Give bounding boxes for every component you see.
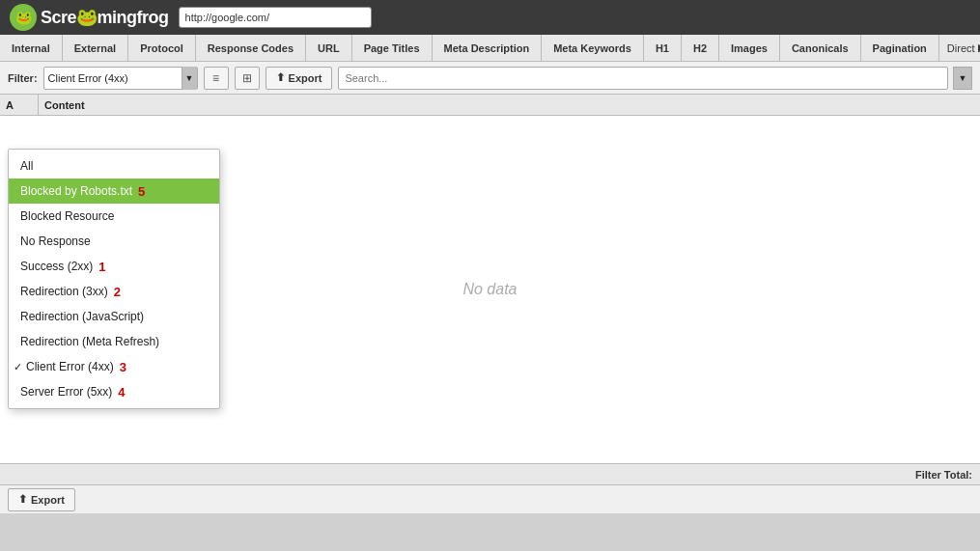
tab-pagination[interactable]: Pagination (861, 35, 939, 61)
tab-meta-keywords[interactable]: Meta Keywords (542, 35, 644, 61)
dropdown-item-label: No Response (20, 234, 91, 248)
tab-url[interactable]: URL (306, 35, 352, 61)
dropdown-menu-list: All Blocked by Robots.txt 5 Blocked Reso… (8, 149, 220, 409)
tab-internal[interactable]: Internal (0, 35, 63, 61)
logo: 🐸 Scre🐸mingfrog (10, 4, 169, 31)
col-address-header: A (0, 95, 39, 115)
tab-protocol[interactable]: Protocol (128, 35, 196, 61)
dropdown-item-label: Server Error (5xx) (20, 385, 112, 399)
search-dropdown-icon: ▼ (959, 73, 967, 83)
dropdown-item-label: All (20, 159, 33, 173)
dropdown-item-blocked-resource[interactable]: Blocked Resource (9, 204, 219, 229)
dropdown-item-redirection-js[interactable]: Redirection (JavaScript) (9, 304, 219, 329)
dropdown-item-label: Blocked Resource (20, 209, 114, 223)
dropdown-item-badge: 5 (138, 184, 145, 199)
dropdown-item-label: Redirection (Meta Refresh) (20, 335, 159, 348)
title-bar: 🐸 Scre🐸mingfrog (0, 0, 980, 35)
dropdown-item-label: Redirection (3xx) (20, 285, 108, 298)
dropdown-item-label: Client Error (4xx) (26, 360, 114, 373)
tab-external[interactable]: External (63, 35, 128, 61)
tab-more[interactable]: Direct ▶ (939, 35, 980, 61)
tab-response-codes[interactable]: Response Codes (196, 35, 306, 61)
col-content-header: Content (39, 95, 980, 115)
tab-h1[interactable]: H1 (644, 35, 682, 61)
list-view-icon: ≡ (212, 71, 219, 85)
dropdown-item-redirection-3xx[interactable]: Redirection (3xx) 2 (9, 279, 219, 304)
export-label: Export (289, 72, 322, 84)
tab-h2[interactable]: H2 (682, 35, 719, 61)
filter-label: Filter: (8, 72, 38, 84)
dropdown-item-badge: 3 (120, 360, 126, 374)
dropdown-item-blocked-robots[interactable]: Blocked by Robots.txt 5 (9, 179, 219, 204)
dropdown-item-all[interactable]: All (9, 153, 219, 179)
footer-toolbar: ⬆ Export (0, 484, 980, 513)
dropdown-item-badge: 2 (114, 285, 121, 299)
filter-select-value: Client Error (4xx) (48, 72, 182, 84)
export-button[interactable]: ⬆ Export (266, 67, 333, 90)
search-input[interactable] (338, 67, 948, 90)
dropdown-item-label: Redirection (JavaScript) (20, 310, 144, 323)
dropdown-item-redirection-meta[interactable]: Redirection (Meta Refresh) (9, 329, 219, 354)
tree-view-button[interactable]: ⊞ (235, 67, 260, 90)
dropdown-item-badge: 4 (118, 385, 125, 399)
tree-view-icon: ⊞ (242, 71, 252, 85)
filter-total-label: Filter Total: (915, 469, 972, 481)
dropdown-item-client-error[interactable]: ✓ Client Error (4xx) 3 (9, 354, 219, 379)
dropdown-item-success[interactable]: Success (2xx) 1 (9, 254, 219, 279)
toolbar: Filter: Client Error (4xx) ▼ ≡ ⊞ ⬆ Expor… (0, 62, 980, 95)
tab-page-titles[interactable]: Page Titles (352, 35, 433, 61)
filter-dropdown-menu: All Blocked by Robots.txt 5 Blocked Reso… (8, 149, 220, 409)
footer-export-button[interactable]: ⬆ Export (8, 488, 75, 511)
search-dropdown-button[interactable]: ▼ (953, 67, 972, 90)
tab-images[interactable]: Images (719, 35, 780, 61)
url-input[interactable] (179, 7, 372, 28)
footer-export-label: Export (31, 494, 65, 506)
filter-dropdown[interactable]: Client Error (4xx) ▼ (43, 67, 198, 90)
checkmark-icon: ✓ (11, 361, 24, 373)
content-area: A Content No data All Blocked by Robots.… (0, 95, 980, 463)
footer-export-icon: ⬆ (18, 493, 27, 506)
export-icon: ⬆ (276, 71, 285, 84)
dropdown-item-no-response[interactable]: No Response (9, 229, 219, 254)
column-header: A Content (0, 95, 980, 116)
dropdown-item-label: Blocked by Robots.txt (20, 184, 132, 198)
filter-dropdown-arrow: ▼ (182, 67, 197, 90)
list-view-button[interactable]: ≡ (204, 67, 229, 90)
logo-icon: 🐸 (10, 4, 37, 31)
tab-bar: Internal External Protocol Response Code… (0, 35, 980, 62)
bottom-bar: Filter Total: (0, 463, 980, 484)
logo-text: Scre🐸mingfrog (41, 7, 169, 28)
tab-canonicals[interactable]: Canonicals (780, 35, 861, 61)
tab-meta-description[interactable]: Meta Description (433, 35, 543, 61)
dropdown-item-badge: 1 (98, 260, 105, 274)
dropdown-item-label: Success (2xx) (20, 260, 93, 273)
dropdown-item-server-error[interactable]: Server Error (5xx) 4 (9, 379, 219, 404)
